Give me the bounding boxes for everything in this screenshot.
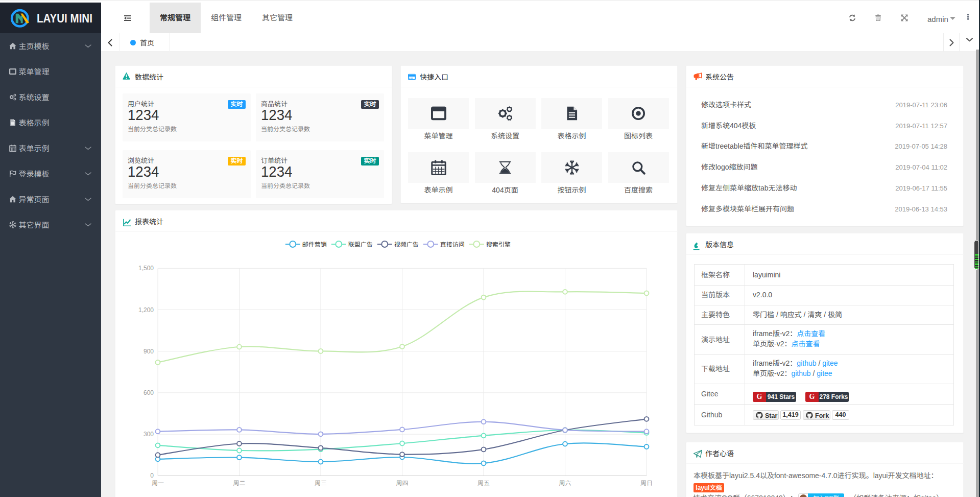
svg-text:搜索引擎: 搜索引擎 — [486, 241, 511, 248]
svg-text:视频广告: 视频广告 — [394, 241, 419, 248]
svg-text:邮件营销: 邮件营销 — [302, 241, 327, 248]
svg-text:联盟广告: 联盟广告 — [348, 241, 373, 248]
svg-text:直接访问: 直接访问 — [440, 241, 465, 248]
